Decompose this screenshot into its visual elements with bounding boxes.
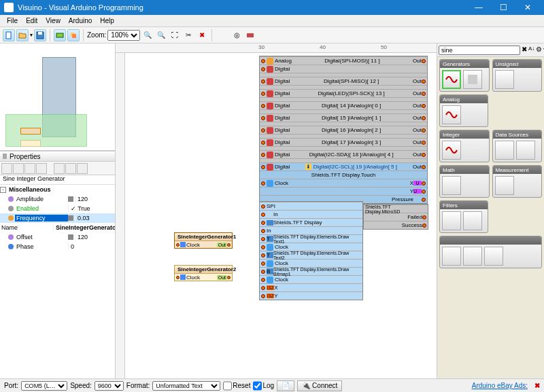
- left-panel: Properties Sine Integer Generator -Misce…: [0, 43, 116, 378]
- cut-button[interactable]: ✂: [182, 29, 194, 41]
- palette-group-analog: Analog: [439, 94, 488, 127]
- node-sine-generator-1[interactable]: SineIntegerGenerator1 ClockOut: [174, 232, 233, 249]
- connect-button[interactable]: 🔌 Connect: [297, 380, 342, 391]
- menu-edit[interactable]: Edit: [22, 17, 41, 24]
- delete-button[interactable]: ✖: [196, 29, 208, 41]
- menu-arduino[interactable]: Arduino: [65, 17, 96, 24]
- logfile-button[interactable]: 📄: [277, 380, 294, 391]
- palette-item-gen-2[interactable]: [463, 70, 482, 89]
- palette-item-math-1[interactable]: [442, 176, 461, 195]
- target-button[interactable]: ◎: [231, 29, 243, 41]
- palette-item-integer-1[interactable]: [442, 141, 461, 160]
- menu-help[interactable]: Help: [96, 17, 118, 24]
- save-button[interactable]: [34, 29, 46, 41]
- palette-group-datasources: Data Sources: [492, 130, 543, 162]
- stack-button[interactable]: [67, 29, 80, 41]
- palette-group-measurement: Measurement: [492, 165, 543, 198]
- palette-item-sine-integer[interactable]: [442, 70, 461, 89]
- menu-bar: File Edit View Arduino Help: [0, 15, 544, 27]
- window-title: Visuino - Visual Arduino Programming: [18, 3, 143, 12]
- maximize-button[interactable]: ☐: [491, 0, 515, 15]
- prop-tool-5[interactable]: [54, 163, 65, 174]
- board-button[interactable]: [54, 29, 66, 41]
- minimize-button[interactable]: —: [466, 0, 491, 15]
- properties-toolbar: [0, 162, 115, 175]
- palette-item-ds-1[interactable]: [495, 141, 514, 160]
- prop-tool-3[interactable]: [24, 163, 35, 174]
- palette-item-analog-1[interactable]: [442, 105, 461, 124]
- palette-group-integer: Integer: [439, 130, 490, 162]
- speed-label: Speed:: [70, 382, 92, 389]
- close-button[interactable]: ✕: [515, 0, 540, 15]
- port-select[interactable]: COM5 (L…: [21, 381, 67, 391]
- palette-group-unsigned: Unsigned: [492, 59, 543, 92]
- window-titlebar: Visuino - Visual Arduino Programming — ☐…: [0, 0, 544, 15]
- palette-group-generators: Generators: [439, 59, 490, 92]
- palette-item-x3[interactable]: [484, 247, 503, 266]
- format-select[interactable]: Unformatted Text: [152, 381, 220, 391]
- palette-item-filt-2[interactable]: [463, 211, 482, 230]
- properties-header: Properties: [0, 151, 115, 162]
- ads-link[interactable]: Arduino eBay Ads:: [472, 382, 528, 389]
- log-checkbox[interactable]: Log: [253, 381, 274, 391]
- palette-item-x2[interactable]: [463, 247, 482, 266]
- format-label: Format:: [126, 382, 150, 389]
- filter-icon[interactable]: ⚙: [536, 46, 542, 55]
- palette-search-input[interactable]: [439, 46, 520, 55]
- property-object-title: Sine Integer Generator: [0, 175, 115, 185]
- prop-tool-2[interactable]: [13, 163, 24, 174]
- speed-select[interactable]: 9600: [95, 381, 124, 391]
- ads-close-icon[interactable]: ✖: [534, 382, 540, 389]
- svg-rect-5: [72, 34, 76, 38]
- palette-item-filt-1[interactable]: [442, 211, 461, 230]
- palette-group-filters: Filters: [439, 200, 488, 233]
- open-button[interactable]: [16, 29, 29, 41]
- palette-item-ds-2[interactable]: [516, 141, 535, 160]
- zoom-fit-button[interactable]: ⛶: [169, 29, 181, 41]
- design-canvas[interactable]: 30 40 50 SineIntegerGenerator1 ClockOut …: [116, 43, 437, 378]
- svg-rect-7: [468, 75, 477, 84]
- upload-button[interactable]: [244, 29, 256, 41]
- palette-item-unsigned-1[interactable]: [495, 70, 514, 89]
- palette-group-math: Math: [439, 165, 490, 198]
- svg-rect-6: [247, 33, 254, 37]
- node-sine-generator-2[interactable]: SineIntegerGenerator2 ClockOut: [174, 265, 233, 281]
- node-microsd[interactable]: Shields.TFT Display.MicroSD Failed Succe…: [363, 204, 428, 230]
- reset-checkbox[interactable]: Reset: [223, 381, 250, 391]
- component-palette: ✖ A↓ ⚙ ▾ Generators Unsigned: [437, 43, 544, 378]
- svg-rect-2: [38, 32, 42, 35]
- main-toolbar: ▾ Zoom: 100% 🔍 🔍 ⛶ ✂ ✖ ◎: [0, 27, 544, 43]
- new-button[interactable]: [3, 29, 15, 41]
- prop-tool-4[interactable]: [36, 163, 47, 174]
- zoom-in-button[interactable]: 🔍: [141, 29, 154, 41]
- menu-file[interactable]: File: [3, 17, 22, 24]
- zoom-label: Zoom:: [87, 31, 106, 39]
- search-clear-icon[interactable]: ✖: [522, 46, 527, 55]
- node-tft-group[interactable]: SPI In Shields.TFT Display In TShields.T…: [259, 201, 363, 300]
- sort-az-icon[interactable]: A↓: [528, 46, 534, 55]
- status-bar: Port: COM5 (L… Speed: 9600 Format: Unfor…: [0, 378, 544, 392]
- prop-tool-6[interactable]: [65, 163, 76, 174]
- prop-tool-7[interactable]: [77, 163, 88, 174]
- port-label: Port:: [4, 382, 18, 389]
- app-icon: [4, 3, 14, 12]
- palette-group-extra: [439, 236, 542, 268]
- ruler-horizontal: 30 40 50: [116, 43, 437, 53]
- properties-tree[interactable]: -Miscellaneous Amplitude120 Enabled✓ Tru…: [0, 185, 115, 378]
- palette-item-meas-1[interactable]: [495, 176, 514, 195]
- ruler-vertical: [116, 53, 125, 378]
- palette-search-bar: ✖ A↓ ⚙ ▾: [437, 43, 544, 57]
- node-arduino-board[interactable]: AnalogDigital(SPI-MOSI)[ 11 ]Out Digital…: [259, 56, 428, 204]
- navigator-panel[interactable]: [0, 43, 115, 151]
- palette-item-x1[interactable]: [442, 247, 461, 266]
- menu-view[interactable]: View: [41, 17, 65, 24]
- prop-tool-1[interactable]: [1, 163, 12, 174]
- zoom-select[interactable]: 100%: [107, 30, 140, 41]
- svg-rect-3: [56, 33, 63, 37]
- zoom-out-button[interactable]: 🔍: [155, 29, 167, 41]
- svg-rect-0: [6, 32, 11, 39]
